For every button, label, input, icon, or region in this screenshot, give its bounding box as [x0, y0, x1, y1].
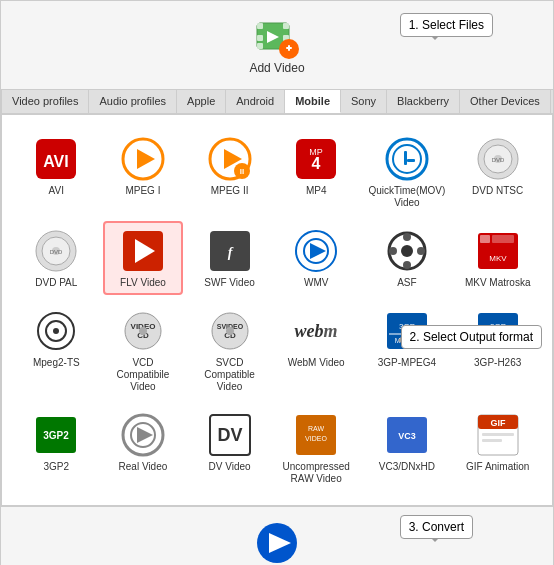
- svg-point-41: [401, 245, 413, 257]
- svg-text:DVD: DVD: [50, 249, 63, 255]
- svg-text:3GP2: 3GP2: [44, 430, 70, 441]
- format-vc3[interactable]: VC3 VC3/DNxHD: [363, 405, 452, 491]
- add-video-button[interactable]: Add Video: [239, 11, 314, 79]
- tab-blackberry[interactable]: Blackberry: [387, 90, 460, 113]
- format-flv-label: FLV Video: [120, 277, 166, 289]
- svg-rect-23: [404, 151, 407, 165]
- format-svcd[interactable]: SVIDEO CD SVCD CompatibleVideo: [189, 301, 270, 399]
- format-dvd-ntsc-label: DVD NTSC: [472, 185, 523, 197]
- step1-bubble: 1. Select Files: [400, 13, 493, 37]
- format-mpeg-ts[interactable]: Mpeg2-TS: [16, 301, 97, 399]
- raw-icon: RAW VIDEO: [292, 411, 340, 459]
- format-asf[interactable]: ASF: [363, 221, 452, 295]
- format-3gp2-label: 3GP2: [44, 461, 70, 473]
- format-avi-label: AVI: [49, 185, 64, 197]
- svg-point-43: [403, 261, 411, 269]
- svg-marker-74: [137, 427, 153, 443]
- format-dvd-ntsc[interactable]: DVD DVD NTSC: [457, 129, 538, 215]
- format-svcd-label: SVCD CompatibleVideo: [195, 357, 264, 393]
- mp4-icon: MP 4: [292, 135, 340, 183]
- format-3gp-h263[interactable]: 3GP H263 3GP-H263: [457, 301, 538, 399]
- format-3gp2[interactable]: 3GP2 3GP2: [16, 405, 97, 491]
- format-flv[interactable]: FLV Video: [103, 221, 184, 295]
- svg-rect-2: [257, 35, 263, 41]
- format-swf[interactable]: f SWF Video: [189, 221, 270, 295]
- top-bar: Add Video 1. Select Files: [1, 1, 553, 89]
- tab-other-devices[interactable]: Other Devices: [460, 90, 551, 113]
- svg-marker-39: [310, 243, 326, 259]
- tab-sony[interactable]: Sony: [341, 90, 387, 113]
- format-vcd-label: VCD CompatibileVideo: [109, 357, 178, 393]
- tab-video-profiles[interactable]: Video profiles: [1, 90, 89, 113]
- step2-bubble: 2. Select Output format: [401, 325, 542, 349]
- mpeg2-icon: II: [206, 135, 254, 183]
- svg-rect-1: [257, 23, 263, 29]
- tabs-bar: Video profiles Audio profiles Apple Andr…: [1, 89, 553, 114]
- format-webm-label: WebM Video: [288, 357, 345, 369]
- format-mkv[interactable]: MKV MKV Matroska: [457, 221, 538, 295]
- tab-apple[interactable]: Apple: [177, 90, 226, 113]
- convert-button[interactable]: Convert: [237, 515, 317, 565]
- format-avi[interactable]: AVI AVI: [16, 129, 97, 215]
- swf-icon: f: [206, 227, 254, 275]
- svg-text:MKV: MKV: [489, 254, 507, 263]
- svg-rect-9: [288, 45, 290, 51]
- webm-icon: webm: [292, 307, 340, 355]
- svg-rect-3: [257, 43, 263, 49]
- svg-rect-85: [482, 433, 514, 436]
- mkv-icon: MKV: [474, 227, 522, 275]
- format-webm[interactable]: webm WebM Video: [276, 301, 357, 399]
- wmv-icon: [292, 227, 340, 275]
- mpeg1-icon: [119, 135, 167, 183]
- format-grid: AVI AVI MPEG I: [12, 125, 542, 495]
- dvd-pal-icon: DVD: [32, 227, 80, 275]
- svg-text:VC3: VC3: [398, 431, 416, 441]
- svg-marker-13: [137, 149, 155, 169]
- format-3gp-mpeg4[interactable]: 3GP MPEG4 3GP-MPEG4: [363, 301, 452, 399]
- format-real-video[interactable]: Real Video: [103, 405, 184, 491]
- format-3gp-mpeg4-label: 3GP-MPEG4: [378, 357, 436, 369]
- svg-rect-24: [407, 159, 415, 162]
- flv-icon: [119, 227, 167, 275]
- real-video-icon: [119, 411, 167, 459]
- add-video-label: Add Video: [249, 61, 304, 75]
- svg-text:II: II: [239, 167, 243, 176]
- tab-audio-profiles[interactable]: Audio profiles: [89, 90, 177, 113]
- svg-text:4: 4: [312, 155, 321, 172]
- format-mp4-label: MP4: [306, 185, 327, 197]
- main-container: Add Video 1. Select Files Video profiles…: [0, 0, 554, 565]
- format-quicktime[interactable]: QuickTime(MOV)Video: [363, 129, 452, 215]
- format-dvd-pal[interactable]: DVD DVD PAL: [16, 221, 97, 295]
- format-3gp-h263-label: 3GP-H263: [474, 357, 521, 369]
- format-mpeg2[interactable]: II MPEG II: [189, 129, 270, 215]
- format-vcd[interactable]: VIDEO CD VCD CompatibileVideo: [103, 301, 184, 399]
- format-raw[interactable]: RAW VIDEO UncompressedRAW Video: [276, 405, 357, 491]
- svg-rect-48: [492, 235, 514, 243]
- 3gp2-icon: 3GP2: [32, 411, 80, 459]
- tab-android[interactable]: Android: [226, 90, 285, 113]
- format-wmv[interactable]: WMV: [276, 221, 357, 295]
- svg-point-52: [53, 328, 59, 334]
- format-mp4[interactable]: MP 4 MP4: [276, 129, 357, 215]
- tab-youtube[interactable]: YouTube: [551, 90, 553, 113]
- svg-rect-86: [482, 439, 502, 442]
- format-mpeg1[interactable]: MPEG I: [103, 129, 184, 215]
- quicktime-icon: [383, 135, 431, 183]
- format-quicktime-label: QuickTime(MOV)Video: [369, 185, 446, 209]
- dvd-ntsc-icon: DVD: [474, 135, 522, 183]
- step3-bubble: 3. Convert: [400, 515, 473, 539]
- svg-text:DVD: DVD: [491, 157, 504, 163]
- svg-rect-4: [283, 23, 289, 29]
- format-gif[interactable]: GIF GIF Animation: [457, 405, 538, 491]
- content-area: AVI AVI MPEG I: [1, 114, 553, 506]
- svg-text:GIF: GIF: [490, 418, 506, 428]
- svg-point-56: [139, 327, 147, 335]
- asf-icon: [383, 227, 431, 275]
- format-mpeg2-label: MPEG II: [211, 185, 249, 197]
- vcd-icon: VIDEO CD: [119, 307, 167, 355]
- convert-icon: [253, 519, 301, 565]
- bottom-bar: 3. Convert Convert: [1, 506, 553, 565]
- format-dv[interactable]: DV DV Video: [189, 405, 270, 491]
- svcd-icon: SVIDEO CD: [206, 307, 254, 355]
- tab-mobile[interactable]: Mobile: [285, 90, 341, 113]
